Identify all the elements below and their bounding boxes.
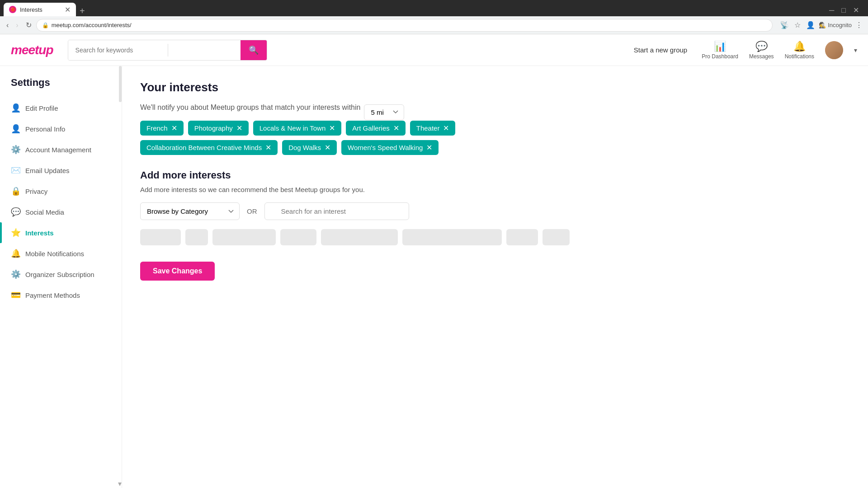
loading-tag — [506, 229, 538, 245]
avatar-dropdown-icon[interactable]: ▾ — [854, 47, 857, 54]
notifications-label: Notifications — [785, 53, 814, 60]
interest-tag-theater: Theater ✕ — [410, 121, 456, 136]
forward-button[interactable]: › — [13, 19, 21, 31]
sidebar-title: Settings — [0, 77, 122, 98]
new-tab-button[interactable]: + — [76, 6, 89, 16]
back-button[interactable]: ‹ — [4, 19, 11, 31]
search-location-input[interactable]: London, GB — [168, 40, 241, 60]
interest-tag-label: Locals & New in Town — [259, 124, 326, 132]
sidebar-item-label: Account Management — [25, 146, 91, 154]
distance-select-wrap: 1 mi 2 mi 5 mi 10 mi 25 mi 50 mi — [364, 104, 404, 120]
browser-toolbar: ‹ › ↻ 🔒 meetup.com/account/interests/ 📡 … — [0, 16, 868, 34]
start-group-link[interactable]: Start a new group — [634, 46, 687, 54]
tab-bar: 🔴 Interests ✕ + ─ □ ✕ — [0, 0, 868, 16]
sidebar-item-label: Edit Profile — [25, 104, 58, 112]
search-button[interactable]: 🔍 — [241, 40, 267, 60]
browse-by-category-select[interactable]: Browse by Category — [140, 202, 240, 220]
sidebar-item-privacy[interactable]: 🔒 Privacy — [0, 181, 122, 202]
incognito-button[interactable]: 🕵 Incognito — [819, 19, 852, 31]
remove-dog-walks-button[interactable]: ✕ — [325, 144, 330, 151]
main-layout: Settings 👤 Edit Profile 👤 Personal Info … — [0, 66, 868, 488]
window-maximize-button[interactable]: □ — [840, 5, 848, 16]
remove-locals-button[interactable]: ✕ — [329, 125, 335, 132]
page-title: Your interests — [140, 80, 850, 94]
tab-close-button[interactable]: ✕ — [65, 5, 71, 14]
interest-search-wrap: 🔍 — [264, 202, 409, 220]
logo[interactable]: meetup — [11, 43, 53, 57]
window-minimize-button[interactable]: ─ — [827, 5, 836, 16]
sidebar: Settings 👤 Edit Profile 👤 Personal Info … — [0, 66, 122, 488]
distance-select[interactable]: 1 mi 2 mi 5 mi 10 mi 25 mi 50 mi — [364, 104, 404, 120]
interest-tag-label: French — [146, 124, 168, 132]
interest-tag-dog-walks: Dog Walks ✕ — [282, 140, 337, 155]
remove-french-button[interactable]: ✕ — [171, 125, 177, 132]
loading-tags — [140, 229, 850, 245]
search-bar: London, GB 🔍 — [68, 40, 267, 61]
sidebar-item-payment-methods[interactable]: 💳 Payment Methods — [0, 285, 122, 305]
sidebar-item-interests[interactable]: ⭐ Interests — [0, 222, 122, 243]
active-tab[interactable]: 🔴 Interests ✕ — [4, 3, 76, 16]
add-interests-desc: Add more interests so we can recommend t… — [140, 186, 850, 193]
sidebar-item-label: Personal Info — [25, 125, 65, 133]
personal-info-icon: 👤 — [11, 124, 20, 134]
sidebar-scrollbar[interactable] — [119, 66, 122, 102]
payment-methods-icon: 💳 — [11, 290, 20, 300]
loading-tag — [280, 229, 316, 245]
nav-notifications[interactable]: 🔔 Notifications — [785, 41, 814, 60]
window-close-button[interactable]: ✕ — [851, 4, 861, 16]
loading-tag — [402, 229, 502, 245]
menu-button[interactable]: ⋮ — [854, 19, 864, 31]
or-label: OR — [247, 207, 257, 215]
mobile-notifications-icon: 🔔 — [11, 249, 20, 258]
pro-dashboard-icon: 📊 — [714, 41, 726, 52]
address-text: meetup.com/account/interests/ — [52, 22, 132, 28]
sidebar-item-social-media[interactable]: 💬 Social Media — [0, 202, 122, 222]
avatar[interactable] — [825, 41, 843, 59]
app: meetup London, GB 🔍 Start a new group 📊 … — [0, 34, 868, 488]
remove-womens-speed-walking-button[interactable]: ✕ — [426, 144, 432, 151]
refresh-button[interactable]: ↻ — [23, 19, 34, 31]
remove-theater-button[interactable]: ✕ — [443, 125, 449, 132]
interest-tag-locals: Locals & New in Town ✕ — [253, 121, 341, 136]
sidebar-item-organizer-subscription[interactable]: ⚙️ Organizer Subscription — [0, 264, 122, 285]
nav-pro-dashboard[interactable]: 📊 Pro Dashboard — [702, 41, 738, 60]
bookmark-button[interactable]: ☆ — [793, 19, 802, 31]
interest-tag-label: Collaboration Between Creative Minds — [146, 144, 262, 151]
sidebar-item-label: Mobile Notifications — [25, 250, 84, 258]
remove-art-galleries-button[interactable]: ✕ — [393, 125, 399, 132]
interest-tag-art-galleries: Art Galleries ✕ — [346, 121, 406, 136]
profile-button[interactable]: 👤 — [804, 19, 817, 31]
messages-icon: 💬 — [755, 41, 768, 52]
sidebar-item-mobile-notifications[interactable]: 🔔 Mobile Notifications — [0, 243, 122, 264]
remove-collaboration-button[interactable]: ✕ — [265, 144, 271, 151]
address-bar[interactable]: 🔒 meetup.com/account/interests/ — [36, 19, 773, 32]
loading-tag — [185, 229, 208, 245]
tab-title: Interests — [20, 6, 42, 13]
interest-tag-label: Women's Speed Walking — [348, 144, 423, 151]
loading-tag — [140, 229, 181, 245]
interests-row-2: Collaboration Between Creative Minds ✕ D… — [140, 140, 850, 155]
remove-photography-button[interactable]: ✕ — [236, 125, 242, 132]
sidebar-item-edit-profile[interactable]: 👤 Edit Profile — [0, 98, 122, 118]
nav-messages[interactable]: 💬 Messages — [749, 41, 774, 60]
interest-tag-label: Dog Walks — [288, 144, 321, 151]
incognito-label: Incognito — [828, 22, 852, 28]
sidebar-item-label: Interests — [25, 229, 54, 237]
sidebar-scroll-down[interactable]: ▾ — [118, 479, 122, 488]
interest-tag-womens-speed-walking: Women's Speed Walking ✕ — [341, 140, 439, 155]
cast-button[interactable]: 📡 — [778, 19, 791, 31]
header-nav: 📊 Pro Dashboard 💬 Messages 🔔 Notificatio… — [702, 41, 857, 60]
search-keyword-input[interactable] — [68, 40, 168, 60]
add-interests-title: Add more interests — [140, 169, 850, 181]
interest-tag-collaboration: Collaboration Between Creative Minds ✕ — [140, 140, 278, 155]
sidebar-item-email-updates[interactable]: ✉️ Email Updates — [0, 160, 122, 181]
interest-search-input[interactable] — [264, 202, 409, 220]
sidebar-item-personal-info[interactable]: 👤 Personal Info — [0, 118, 122, 139]
sidebar-item-label: Email Updates — [25, 167, 70, 174]
edit-profile-icon: 👤 — [11, 103, 20, 113]
sidebar-item-label: Organizer Subscription — [25, 271, 94, 278]
logo-text: meetup — [11, 43, 53, 57]
active-indicator — [0, 222, 2, 243]
save-changes-button[interactable]: Save Changes — [140, 262, 215, 281]
sidebar-item-account-management[interactable]: ⚙️ Account Management — [0, 139, 122, 160]
